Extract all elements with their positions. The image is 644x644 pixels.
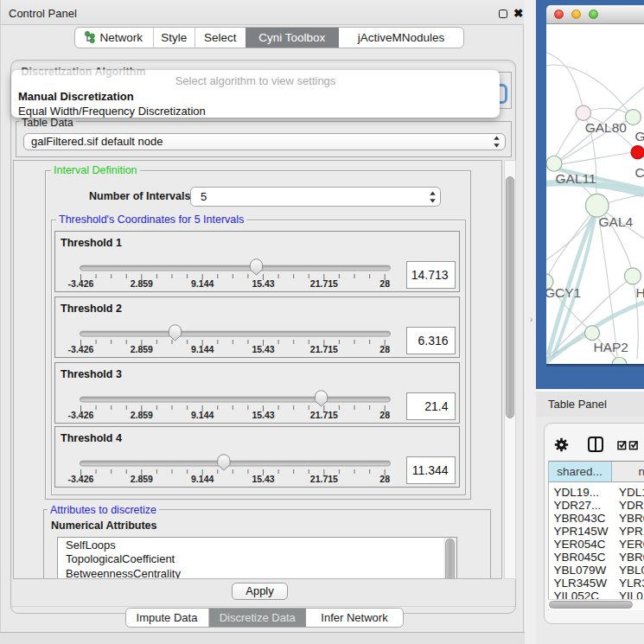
svg-text:GA: GA xyxy=(635,128,644,143)
svg-text:15.43: 15.43 xyxy=(252,474,274,484)
svg-text:-3.426: -3.426 xyxy=(67,278,93,289)
svg-text:9.144: 9.144 xyxy=(191,474,214,484)
svg-text:2.859: 2.859 xyxy=(130,278,152,289)
svg-text:9.144: 9.144 xyxy=(191,344,214,354)
svg-text:28: 28 xyxy=(379,278,390,289)
svg-text:GAL4: GAL4 xyxy=(599,214,634,228)
svg-text:21.715: 21.715 xyxy=(309,410,337,420)
svg-text:GCY1: GCY1 xyxy=(546,285,581,300)
svg-text:-3.426: -3.426 xyxy=(67,474,93,484)
svg-text:21.715: 21.715 xyxy=(309,278,337,289)
svg-text:HAP2: HAP2 xyxy=(594,339,629,354)
svg-text:H: H xyxy=(636,285,644,300)
svg-text:15.43: 15.43 xyxy=(252,278,274,289)
svg-text:GAL80: GAL80 xyxy=(585,119,628,134)
svg-text:C: C xyxy=(635,164,644,179)
svg-text:2.859: 2.859 xyxy=(130,410,152,420)
svg-text:28: 28 xyxy=(379,344,390,354)
svg-text:-3.426: -3.426 xyxy=(67,344,93,354)
svg-text:9.144: 9.144 xyxy=(191,410,214,420)
svg-text:21.715: 21.715 xyxy=(309,344,337,354)
svg-text:21.715: 21.715 xyxy=(309,474,337,484)
svg-text:2.859: 2.859 xyxy=(130,344,152,354)
svg-text:9.144: 9.144 xyxy=(191,278,214,289)
svg-text:GAL11: GAL11 xyxy=(556,170,596,185)
svg-text:2.859: 2.859 xyxy=(130,474,152,484)
svg-text:28: 28 xyxy=(379,410,390,420)
svg-text:28: 28 xyxy=(379,474,390,484)
svg-text:15.43: 15.43 xyxy=(252,410,274,420)
svg-text:-3.426: -3.426 xyxy=(67,410,93,420)
svg-text:15.43: 15.43 xyxy=(252,344,274,354)
